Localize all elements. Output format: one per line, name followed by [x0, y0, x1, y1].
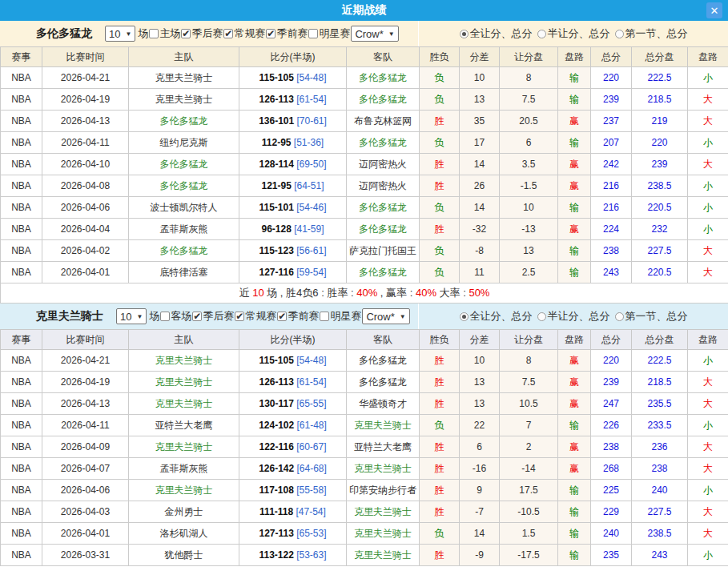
radio-full-handicap-total[interactable]: 全让分、总分 — [460, 309, 533, 324]
handicap-result-cell: 输 — [558, 132, 591, 154]
total-line-cell: 222.5 — [632, 350, 688, 372]
total-line-cell: 236 — [632, 436, 688, 458]
result-cell: 胜 — [420, 372, 460, 393]
half-time-score: [41-59] — [294, 223, 324, 235]
score-cell: 130-117 [65-55] — [239, 393, 347, 415]
handicap-result-cell: 输 — [558, 415, 591, 436]
checkbox-regular-season-box[interactable]: ✔ — [223, 29, 233, 38]
radio-first-quarter-total-button[interactable] — [615, 30, 624, 38]
checkbox-playoffs[interactable]: ✔季后赛 — [181, 26, 223, 41]
total-line-cell: 238.5 — [632, 523, 688, 545]
checkbox-label: 明星赛 — [330, 309, 361, 324]
checkbox-regular-season-box[interactable]: ✔ — [235, 312, 244, 321]
raptors-radio-group: 全让分、总分半让分、总分第一节、总分 — [419, 21, 728, 46]
radio-full-handicap-total-button[interactable] — [460, 312, 469, 321]
total-points-cell: 235 — [591, 545, 632, 566]
checkbox-label: 常规赛 — [245, 309, 276, 324]
full-time-score: 127-116 — [259, 267, 293, 278]
type-select-value: Crow* — [366, 311, 394, 323]
summary-row: 近 10 场 , 胜4负6 : 胜率 : 40% , 赢率 : 40% 大率 :… — [1, 283, 728, 304]
over-under-cell: 大 — [688, 436, 728, 458]
col-header: 主队 — [129, 47, 239, 67]
away-team-cell: 多伦多猛龙 — [347, 262, 420, 283]
checkbox-allstar[interactable]: 明星赛 — [308, 26, 351, 41]
checkbox-preseason-box[interactable]: ✔ — [266, 29, 276, 38]
half-time-score: [70-61] — [297, 115, 327, 127]
checkbox-away-games[interactable]: 客场 — [160, 309, 192, 324]
checkbox-allstar-box[interactable] — [320, 312, 329, 321]
away-team-cell: 印第安纳步行者 — [347, 480, 420, 501]
margin-cell: -32 — [460, 219, 500, 240]
score-cell: 115-101 [54-46] — [239, 197, 347, 219]
handicap-line-cell: 13 — [500, 240, 558, 262]
checkbox-allstar-box[interactable] — [308, 29, 318, 38]
checkbox-playoffs-box[interactable]: ✔ — [192, 312, 202, 321]
radio-full-handicap-total-button[interactable] — [460, 30, 469, 38]
handicap-result-cell: 赢 — [558, 175, 591, 197]
checkbox-regular-season[interactable]: ✔常规赛 — [223, 26, 266, 41]
half-time-score: [65-55] — [296, 398, 326, 409]
half-time-score: [64-51] — [294, 180, 324, 191]
checkbox-allstar[interactable]: 明星赛 — [320, 309, 362, 324]
home-team-cell: 纽约尼克斯 — [129, 132, 239, 154]
total-line-cell: 218.5 — [632, 89, 688, 111]
league-cell: NBA — [1, 415, 42, 436]
checkbox-playoffs-box[interactable]: ✔ — [181, 29, 191, 38]
radio-half-handicap-total-button[interactable] — [537, 30, 546, 38]
handicap-result-cell: 赢 — [558, 219, 591, 240]
raptors-games-count-select[interactable]: 10 ▼ — [105, 26, 135, 42]
radio-first-quarter-total[interactable]: 第一节、总分 — [615, 309, 688, 324]
away-team-cell: 多伦多猛龙 — [347, 67, 420, 89]
full-time-score: 115-101 — [259, 202, 293, 213]
date-cell: 2026-04-02 — [42, 240, 129, 262]
home-team-cell: 克里夫兰骑士 — [129, 480, 239, 501]
handicap-line-cell: 7 — [500, 415, 558, 436]
checkbox-preseason[interactable]: ✔季前赛 — [266, 26, 308, 41]
cavaliers-type-select[interactable]: Crow* ▼ — [362, 308, 409, 324]
cavaliers-games-count-select[interactable]: 10 ▼ — [116, 308, 147, 324]
result-cell: 胜 — [420, 393, 460, 415]
result-cell: 胜 — [420, 219, 460, 240]
home-team-cell: 多伦多猛龙 — [129, 111, 239, 132]
checkbox-away-games-box[interactable] — [160, 312, 170, 321]
col-header: 分差 — [460, 47, 500, 67]
checkbox-preseason[interactable]: ✔季前赛 — [277, 309, 320, 324]
total-points-cell: 237 — [591, 111, 632, 132]
summary-segment: 场 , 胜4负6 : 胜率 : — [264, 287, 357, 299]
col-header: 胜负 — [420, 47, 460, 67]
over-under-cell: 小 — [688, 545, 728, 566]
away-team-cell: 迈阿密热火 — [347, 175, 420, 197]
handicap-line-cell: -1.5 — [500, 175, 558, 197]
total-points-cell: 220 — [591, 67, 632, 89]
over-under-cell: 大 — [688, 393, 728, 415]
handicap-line-cell: -10.5 — [500, 501, 558, 523]
radio-half-handicap-total[interactable]: 半让分、总分 — [537, 309, 610, 324]
radio-half-handicap-total-button[interactable] — [537, 312, 546, 321]
table-row: NBA2026-04-21克里夫兰骑士115-105 [54-48]多伦多猛龙胜… — [1, 350, 728, 372]
checkbox-preseason-box[interactable]: ✔ — [277, 312, 287, 321]
radio-first-quarter-total-button[interactable] — [615, 312, 624, 321]
close-icon[interactable]: ✕ — [706, 2, 722, 18]
table-row: NBA2026-04-19克里夫兰骑士126-113 [61-54]多伦多猛龙胜… — [1, 372, 728, 393]
checkbox-home-games[interactable]: 主场 — [149, 26, 181, 41]
handicap-result-cell: 赢 — [558, 393, 591, 415]
raptors-team-name: 多伦多猛龙 — [36, 26, 92, 41]
margin-cell: 22 — [460, 415, 500, 436]
checkbox-regular-season[interactable]: ✔常规赛 — [235, 309, 277, 324]
radio-full-handicap-total[interactable]: 全让分、总分 — [460, 26, 533, 41]
margin-cell: 35 — [460, 111, 500, 132]
col-header: 总分 — [591, 47, 632, 67]
checkbox-home-games-box[interactable] — [149, 29, 159, 38]
checkbox-playoffs[interactable]: ✔季后赛 — [192, 309, 235, 324]
margin-cell: 17 — [460, 132, 500, 154]
radio-first-quarter-total[interactable]: 第一节、总分 — [615, 26, 688, 41]
result-cell: 负 — [420, 67, 460, 89]
home-team-cell: 多伦多猛龙 — [129, 154, 239, 175]
away-team-cell: 亚特兰大老鹰 — [347, 436, 420, 458]
header-row: 赛事比赛时间主队比分(半场)客队胜负分差让分盘盘路总分总分盘盘路 — [1, 47, 728, 67]
radio-half-handicap-total[interactable]: 半让分、总分 — [537, 26, 610, 41]
away-team-cell: 克里夫兰骑士 — [347, 458, 420, 480]
away-team-cell: 克里夫兰骑士 — [347, 501, 420, 523]
raptors-type-select[interactable]: Crow* ▼ — [351, 26, 398, 42]
total-points-cell: 220 — [591, 350, 632, 372]
